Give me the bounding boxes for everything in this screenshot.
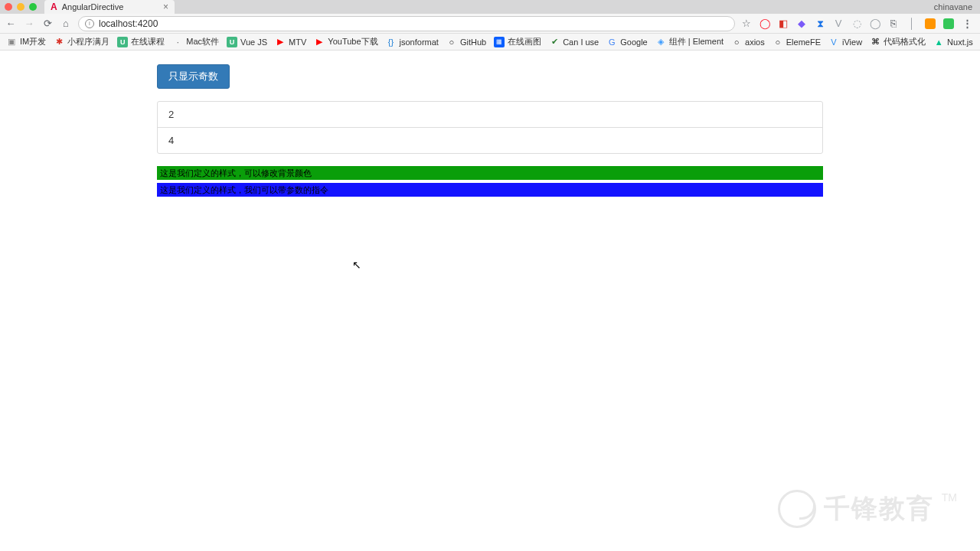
bookmark-label: YouTube下载 [328, 36, 377, 47]
bookmark-item[interactable]: GGoogle [606, 37, 647, 47]
browser-tabstrip: A AngularDirective × chinavane [0, 0, 980, 14]
extension-icon[interactable]: ⧗ [815, 18, 825, 29]
extension-pin-icon[interactable]: ⎘ [888, 18, 899, 29]
bookmark-item[interactable]: ▶YouTube下载 [314, 36, 377, 47]
window-close-button[interactable] [5, 3, 12, 11]
address-bar[interactable]: i localhost:4200 [78, 16, 735, 31]
yt-icon: ▶ [314, 37, 325, 47]
toggle-odd-button[interactable]: 只显示奇数 [157, 64, 230, 89]
bookmark-item[interactable]: ▲Nuxt.js [933, 37, 973, 47]
bookmark-label: 在线课程 [131, 36, 165, 47]
folder-icon: ▣ [6, 37, 17, 47]
page-container: 只显示奇数 24 这是我们定义的样式，可以修改背景颜色 这是我们定义的样式，我们… [157, 64, 823, 197]
yt-icon: ▶ [275, 37, 286, 47]
bookmark-label: ElemeFE [786, 37, 821, 47]
watermark: 千锋教育 TM [778, 490, 957, 528]
bookmark-label: MTV [289, 37, 306, 47]
js-icon: {} [386, 37, 397, 47]
extension-opera-icon[interactable]: ◯ [760, 18, 770, 29]
bookmark-label: 在线画图 [508, 36, 541, 47]
angular-icon: A [51, 2, 57, 11]
tab-close-icon[interactable]: × [163, 2, 168, 12]
gh-icon: ○ [773, 37, 783, 47]
bookmark-label: Can I use [563, 37, 599, 47]
bookmark-item[interactable]: UVue JS [227, 37, 267, 47]
tab-title: AngularDirective [62, 2, 124, 11]
extension-icon[interactable] [925, 18, 936, 29]
fmt-icon: ⌘ [870, 37, 880, 47]
bookmark-label: iView [842, 37, 862, 47]
extension-icon[interactable]: ◧ [778, 18, 789, 29]
list-item: 2 [158, 102, 822, 128]
bookmark-star-icon[interactable]: ☆ [741, 18, 752, 29]
watermark-tm: TM [942, 491, 957, 504]
ci-icon: ✔ [549, 37, 560, 47]
bookmark-item[interactable]: ▶MTV [275, 37, 306, 47]
window-maximize-button[interactable] [29, 3, 37, 11]
bookmark-item[interactable]: ◈组件 | Element [655, 36, 724, 47]
bookmark-item[interactable]: {}jsonformat [386, 37, 439, 47]
toolbar-right-icons: ☆ ◯ ◧ ◆ ⧗ V ◌ ◯ ⎘ │ ⋮ [741, 18, 975, 29]
red2-icon: ✱ [54, 37, 64, 47]
bookmark-item[interactable]: U在线课程 [117, 36, 165, 47]
bookmark-item[interactable]: ○axios [731, 37, 765, 47]
bookmark-label: 小程序满月 [67, 36, 109, 47]
bookmark-item[interactable]: ▦在线画图 [494, 36, 541, 47]
g-icon: G [606, 37, 617, 47]
bookmark-label: 代码格式化 [884, 36, 926, 47]
extension-icon[interactable]: ◆ [796, 18, 807, 29]
bookmark-item[interactable]: ViView [828, 37, 862, 47]
toolbar-separator: │ [906, 18, 917, 29]
bookmark-item[interactable]: ▣IM开发 [6, 36, 46, 47]
watermark-logo-icon [778, 490, 816, 528]
gh-icon: ○ [731, 37, 742, 47]
bookmark-item[interactable]: ✱小程序满月 [54, 36, 109, 47]
number-list: 24 [157, 101, 823, 154]
nuxt-icon: ▲ [933, 37, 944, 47]
greenU-icon: U [227, 37, 237, 47]
gh-icon: ○ [446, 37, 457, 47]
bookmark-label: Mac软件 [186, 36, 219, 47]
bookmarks-bar: ▣IM开发✱小程序满月U在线课程·Mac软件UVue JS▶MTV▶YouTub… [0, 34, 980, 51]
nav-back-button[interactable]: ← [5, 18, 17, 30]
bookmark-label: axios [745, 37, 765, 47]
bookmark-label: Nuxt.js [947, 37, 973, 47]
page-viewport: 只显示奇数 24 这是我们定义的样式，可以修改背景颜色 这是我们定义的样式，我们… [0, 51, 980, 551]
directive-green-bar: 这是我们定义的样式，可以修改背景颜色 [157, 166, 823, 180]
chrome-profile-name[interactable]: chinavane [934, 2, 972, 11]
bookmark-item[interactable]: ·Mac软件 [172, 36, 219, 47]
bookmark-label: 组件 | Element [669, 36, 724, 47]
watermark-text: 千锋教育 [824, 491, 934, 527]
bookmark-label: jsonformat [400, 37, 439, 47]
chrome-menu-button[interactable]: ⋮ [962, 18, 972, 29]
nav-forward-button[interactable]: → [23, 18, 35, 30]
bookmark-item[interactable]: ✔Can I use [549, 37, 599, 47]
cm-icon: ▦ [494, 37, 505, 47]
address-bar-url: localhost:4200 [99, 18, 158, 29]
mouse-cursor-icon: ↖ [352, 259, 361, 271]
directive-blue-bar: 这是我们定义的样式，我们可以带参数的指令 [157, 183, 823, 197]
site-info-icon[interactable]: i [85, 19, 94, 28]
bookmark-item[interactable]: ○GitHub [446, 37, 486, 47]
greenU-icon: U [117, 37, 128, 47]
list-item: 4 [158, 128, 822, 153]
apple-icon: · [172, 37, 183, 47]
extension-icon[interactable]: ◯ [870, 18, 880, 29]
bookmark-label: Vue JS [240, 37, 267, 47]
nav-home-button[interactable]: ⌂ [60, 18, 72, 30]
iv-icon: V [828, 37, 839, 47]
window-controls [5, 3, 37, 11]
nav-reload-button[interactable]: ⟳ [41, 18, 54, 30]
browser-toolbar: ← → ⟳ ⌂ i localhost:4200 ☆ ◯ ◧ ◆ ⧗ V ◌ ◯… [0, 14, 980, 34]
bookmark-label: Google [620, 37, 647, 47]
bookmark-item[interactable]: ⌘代码格式化 [870, 36, 926, 47]
window-minimize-button[interactable] [17, 3, 24, 11]
extension-icon[interactable]: ◌ [851, 18, 862, 29]
extension-v-icon[interactable]: V [833, 18, 844, 29]
bookmark-label: GitHub [460, 37, 486, 47]
extension-icon[interactable] [943, 18, 954, 29]
elem-icon: ◈ [655, 37, 666, 47]
browser-tab[interactable]: A AngularDirective × [44, 0, 175, 14]
bookmark-item[interactable]: ○ElemeFE [773, 37, 821, 47]
bookmark-label: IM开发 [20, 36, 46, 47]
